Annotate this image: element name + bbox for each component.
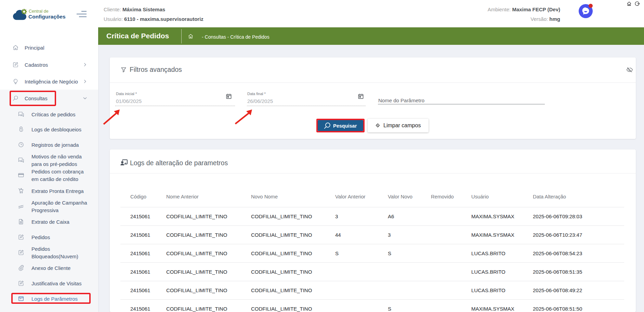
svg-text:Configurações: Configurações xyxy=(28,14,66,20)
svg-text:Central de: Central de xyxy=(29,9,49,14)
